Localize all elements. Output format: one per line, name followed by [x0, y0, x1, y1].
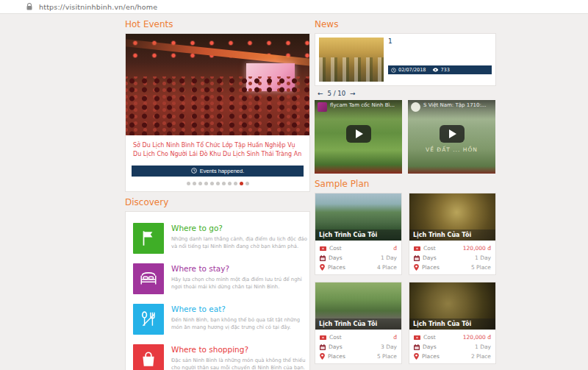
lock-icon — [26, 3, 32, 10]
pagination-dot[interactable] — [216, 182, 220, 185]
plan-days-row: Days1 Day — [414, 253, 491, 263]
plan-title: Lịch Trình Của Tôi — [409, 230, 495, 241]
news-item-title[interactable]: 1 — [388, 38, 492, 45]
plan-card-3[interactable]: Lịch Trình Của Tôi Costđ Days3 Day Place… — [315, 282, 402, 364]
video-thumbnail-2[interactable]: S Việt Nam: Tập 1710:... VỀ ĐẤT ... HỒN — [408, 100, 495, 174]
plan-places-row: Places4 Place — [320, 263, 397, 272]
map-pin-icon — [414, 264, 419, 271]
pagination-dot[interactable] — [234, 182, 237, 185]
video-title: S Việt Nam: Tập 1710:... — [423, 102, 487, 108]
plan-cost-row: Costđ — [320, 243, 397, 253]
channel-logo-icon — [318, 102, 327, 112]
plan-image: Lịch Trình Của Tôi — [315, 282, 401, 330]
plan-places-row: Places2 Place — [414, 352, 491, 361]
browser-bar: https://visitninhbinh.vn/en/home — [0, 0, 588, 14]
pagination-dot[interactable] — [240, 182, 243, 185]
plan-days-row: Days1 Day — [320, 253, 397, 263]
play-icon[interactable] — [440, 125, 465, 143]
plan-days-value: 1 Day — [381, 255, 397, 261]
plan-title: Lịch Trình Của Tôi — [409, 319, 495, 330]
plan-cost-value: đ — [393, 245, 397, 252]
pagination-dot[interactable] — [204, 182, 208, 185]
plan-places-value: 2 Place — [471, 353, 491, 360]
pagination-dot[interactable] — [187, 182, 190, 185]
video-thumbnail-1[interactable]: flycam Tam cốc Ninh Bì... — [315, 100, 402, 174]
plan-days-row: Days3 Day — [320, 342, 397, 352]
pagination-dot[interactable] — [245, 182, 249, 185]
pagination-dot[interactable] — [193, 182, 196, 185]
clock-icon — [391, 68, 396, 73]
plan-days-value: 1 Day — [475, 344, 491, 350]
calendar-icon — [320, 255, 326, 261]
calendar-icon — [414, 344, 420, 350]
news-pagination: ← 5 / 10 → — [318, 90, 496, 97]
flag-icon — [133, 223, 164, 254]
discovery-item-go[interactable]: Where to go? Những danh lam thắng cảnh, … — [133, 218, 302, 259]
plan-places-value: 5 Place — [377, 353, 397, 360]
discovery-item-shopping[interactable]: Where to shopping? Đặc sản Ninh Bình là … — [133, 340, 302, 370]
plan-card-4[interactable]: Lịch Trình Của Tôi Cost120,000 đ Days1 D… — [409, 282, 496, 364]
play-icon[interactable] — [346, 125, 371, 143]
plan-cost-value: 120,000 đ — [463, 245, 491, 252]
discovery-item-desc: Đặc sản Ninh Bình là những món quà không… — [171, 357, 308, 370]
money-icon — [320, 246, 326, 251]
plan-days-value: 3 Day — [381, 344, 397, 350]
video-overlay-text: VỀ ĐẤT ... HỒN — [408, 146, 495, 153]
plan-cost-row: Cost120,000 đ — [414, 332, 491, 342]
clock-icon — [191, 168, 197, 174]
plan-image: Lịch Trình Của Tôi — [409, 282, 495, 330]
channel-avatar-icon — [411, 102, 420, 112]
discovery-item-desc: Đến Ninh Bình, bạn không thể bỏ qua tất … — [171, 316, 308, 332]
plan-cost-value: 120,000 đ — [463, 334, 491, 341]
discovery-item-title: Where to stay? — [171, 264, 308, 273]
discovery-item-stay[interactable]: Where to stay? Hãy lựa chọn cho mình một… — [133, 259, 302, 299]
pagination-dot[interactable] — [210, 182, 214, 185]
arrow-left-icon[interactable]: ← — [318, 90, 323, 97]
plan-title: Lịch Trình Của Tôi — [315, 230, 401, 241]
news-card[interactable]: 1 02/07/2018 733 — [315, 33, 496, 86]
plan-image: Lịch Trình Của Tôi — [315, 193, 401, 241]
bed-icon — [133, 263, 164, 294]
address-bar[interactable]: https://visitninhbinh.vn/en/home — [39, 3, 157, 11]
discovery-item-desc: Những danh lam thắng cảnh, địa điểm du l… — [171, 235, 308, 251]
hot-event-title-link[interactable]: Sở Du Lịch Ninh Bình Tổ Chức Lớp Tập Huấ… — [126, 135, 309, 164]
plan-cost-row: Costđ — [320, 332, 397, 342]
events-happened-button[interactable]: Events happened. — [132, 166, 304, 177]
plan-card-2[interactable]: Lịch Trình Của Tôi Cost120,000 đ Days1 D… — [409, 193, 496, 275]
news-meta-bar: 02/07/2018 733 — [388, 65, 492, 74]
calendar-icon — [320, 344, 326, 350]
video-title: flycam Tam cốc Ninh Bì... — [330, 102, 395, 108]
money-icon — [414, 335, 420, 340]
discovery-item-eat[interactable]: Where to eat? Đến Ninh Bình, bạn không t… — [133, 299, 302, 340]
shopping-bag-icon — [133, 344, 164, 370]
hot-events-photo[interactable] — [126, 34, 309, 135]
plan-places-value: 4 Place — [377, 264, 397, 271]
money-icon — [414, 246, 420, 251]
plan-places-row: Places5 Place — [414, 263, 491, 272]
hot-events-heading: Hot Events — [125, 19, 310, 29]
plan-cost-value: đ — [393, 334, 397, 341]
money-icon — [320, 335, 326, 340]
audience-decoration — [126, 77, 309, 135]
news-page-indicator: 5 / 10 — [328, 90, 346, 97]
discovery-item-title: Where to go? — [171, 224, 308, 232]
news-thumbnail — [319, 38, 384, 82]
map-pin-icon — [320, 353, 325, 360]
discovery-item-desc: Hãy lựa chọn cho mình một địa điểm lưu t… — [171, 276, 308, 291]
plan-card-1[interactable]: Lịch Trình Của Tôi Costđ Days1 Day Place… — [315, 193, 402, 275]
pagination-dot[interactable] — [198, 182, 202, 185]
arrow-right-icon[interactable]: → — [350, 90, 356, 97]
sample-plan-heading: Sample Plan — [315, 179, 496, 189]
discovery-item-title: Where to shopping? — [171, 345, 308, 354]
eye-icon — [432, 68, 439, 72]
utensils-icon — [133, 304, 164, 335]
map-pin-icon — [320, 264, 325, 271]
discovery-heading: Discovery — [125, 197, 310, 207]
news-thumbnail-figures — [319, 57, 384, 82]
plan-cost-row: Cost120,000 đ — [414, 243, 491, 253]
pagination-dot[interactable] — [228, 182, 232, 185]
plan-places-value: 5 Place — [471, 264, 491, 271]
news-views: 733 — [440, 67, 449, 73]
pagination-dot[interactable] — [222, 182, 226, 185]
news-date: 02/07/2018 — [398, 67, 426, 73]
